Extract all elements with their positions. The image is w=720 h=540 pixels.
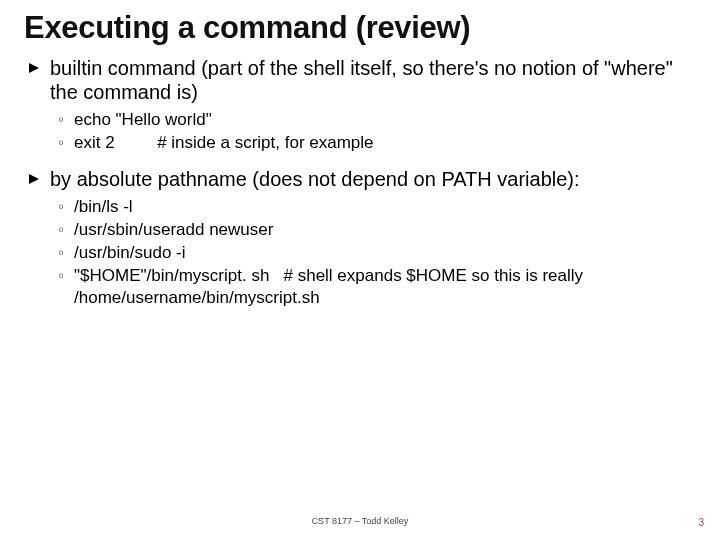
bullet-level1: by absolute pathname (does not depend on… bbox=[28, 167, 696, 191]
sub-bullet-text: /bin/ls -l bbox=[74, 196, 133, 217]
sub-bullet-group: ◦ echo "Hello world" ◦ exit 2 # inside a… bbox=[58, 109, 696, 154]
bullet-text: by absolute pathname (does not depend on… bbox=[50, 167, 580, 191]
caret-icon bbox=[28, 167, 50, 185]
circle-bullet-icon: ◦ bbox=[58, 132, 74, 153]
sub-bullet-text: echo "Hello world" bbox=[74, 109, 212, 130]
slide: Executing a command (review) builtin com… bbox=[0, 0, 720, 540]
sub-bullet: ◦ exit 2 # inside a script, for example bbox=[58, 132, 696, 153]
circle-bullet-icon: ◦ bbox=[58, 219, 74, 240]
sub-bullet: ◦ /bin/ls -l bbox=[58, 196, 696, 217]
sub-bullet: ◦ "$HOME"/bin/myscript. sh # shell expan… bbox=[58, 265, 696, 308]
sub-bullet: ◦ /usr/bin/sudo -i bbox=[58, 242, 696, 263]
sub-bullet-text: /usr/bin/sudo -i bbox=[74, 242, 186, 263]
caret-icon bbox=[28, 56, 50, 74]
bullet-level1: builtin command (part of the shell itsel… bbox=[28, 56, 696, 105]
sub-bullet-group: ◦ /bin/ls -l ◦ /usr/sbin/useradd newuser… bbox=[58, 196, 696, 308]
page-number: 3 bbox=[698, 517, 704, 528]
sub-bullet-text: /usr/sbin/useradd newuser bbox=[74, 219, 273, 240]
circle-bullet-icon: ◦ bbox=[58, 265, 74, 286]
circle-bullet-icon: ◦ bbox=[58, 109, 74, 130]
sub-bullet-text: "$HOME"/bin/myscript. sh # shell expands… bbox=[74, 265, 696, 308]
sub-bullet: ◦ echo "Hello world" bbox=[58, 109, 696, 130]
sub-bullet: ◦ /usr/sbin/useradd newuser bbox=[58, 219, 696, 240]
circle-bullet-icon: ◦ bbox=[58, 242, 74, 263]
sub-bullet-text: exit 2 # inside a script, for example bbox=[74, 132, 374, 153]
circle-bullet-icon: ◦ bbox=[58, 196, 74, 217]
slide-title: Executing a command (review) bbox=[24, 10, 696, 46]
bullet-text: builtin command (part of the shell itsel… bbox=[50, 56, 696, 105]
footer-text: CST 8177 – Todd Kelley bbox=[0, 516, 720, 526]
